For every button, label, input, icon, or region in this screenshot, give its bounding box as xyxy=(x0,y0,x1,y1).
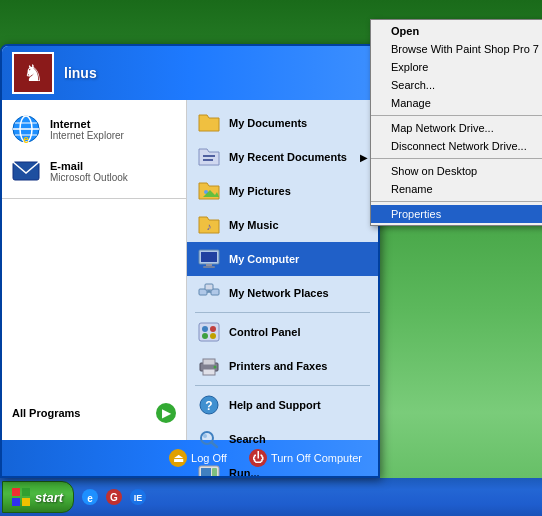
svg-rect-42 xyxy=(12,498,20,506)
my-computer-label: My Computer xyxy=(229,253,299,265)
help-support-label: Help and Support xyxy=(229,399,321,411)
all-programs-button[interactable]: All Programs ▶ xyxy=(2,397,186,429)
start-menu: ♞ linus e xyxy=(0,44,380,478)
context-separator-1 xyxy=(371,115,542,116)
svg-rect-20 xyxy=(205,284,213,290)
menu-item-printers-faxes[interactable]: Printers and Faxes xyxy=(187,349,378,383)
context-item-disconnect-network[interactable]: Disconnect Network Drive... xyxy=(371,137,542,155)
context-item-show-desktop[interactable]: Show on Desktop xyxy=(371,162,542,180)
context-item-explore[interactable]: Explore xyxy=(371,58,542,76)
menu-item-my-recent-documents[interactable]: My Recent Documents ▶ xyxy=(187,140,378,174)
menu-item-my-music[interactable]: ♪ My Music xyxy=(187,208,378,242)
svg-point-25 xyxy=(210,326,216,332)
menu-body: e Internet Internet Explorer xyxy=(2,100,378,440)
control-panel-label: Control Panel xyxy=(229,326,301,338)
svg-rect-16 xyxy=(206,264,212,266)
email-subtitle: Microsoft Outlook xyxy=(50,172,128,183)
start-button[interactable]: start xyxy=(2,481,74,513)
my-recent-documents-label: My Recent Documents xyxy=(229,151,347,163)
context-item-map-network[interactable]: Map Network Drive... xyxy=(371,119,542,137)
menu-item-email[interactable]: E-mail Microsoft Outlook xyxy=(2,150,186,192)
svg-rect-41 xyxy=(22,488,30,496)
internet-explorer-icon: e xyxy=(10,113,42,145)
shutdown-icon: ⏻ xyxy=(249,449,267,467)
menu-item-my-pictures[interactable]: My Pictures xyxy=(187,174,378,208)
taskbar-icon-2[interactable]: G xyxy=(104,487,124,507)
svg-rect-29 xyxy=(203,359,215,365)
svg-text:♪: ♪ xyxy=(207,221,212,232)
my-recent-documents-icon xyxy=(197,145,221,169)
user-avatar: ♞ xyxy=(12,52,54,94)
svg-rect-40 xyxy=(12,488,20,496)
internet-title: Internet xyxy=(50,118,124,130)
context-item-browse-paint[interactable]: Browse With Paint Shop Pro 7 xyxy=(371,40,542,58)
svg-point-31 xyxy=(214,366,217,369)
my-computer-icon xyxy=(197,247,221,271)
control-panel-icon xyxy=(197,320,221,344)
all-programs-arrow-icon: ▶ xyxy=(156,403,176,423)
context-item-manage[interactable]: Manage xyxy=(371,94,542,112)
menu-item-my-documents[interactable]: My Documents xyxy=(187,106,378,140)
context-item-open[interactable]: Open xyxy=(371,22,542,40)
svg-point-24 xyxy=(202,326,208,332)
svg-text:e: e xyxy=(23,134,29,143)
menu-right-panel: My Documents My Recent Documents ▶ xyxy=(187,100,378,440)
shutdown-button[interactable]: ⏻ Turn Off Computer xyxy=(243,446,368,470)
svg-rect-43 xyxy=(22,498,30,506)
taskbar-ie-icon[interactable]: e xyxy=(80,487,100,507)
internet-item-text: Internet Internet Explorer xyxy=(50,118,124,141)
email-item-text: E-mail Microsoft Outlook xyxy=(50,160,128,183)
svg-rect-15 xyxy=(201,252,217,262)
svg-rect-23 xyxy=(199,323,219,341)
menu-item-my-network-places[interactable]: My Network Places xyxy=(187,276,378,310)
search-label: Search xyxy=(229,433,266,445)
menu-header: ♞ linus xyxy=(2,46,378,100)
svg-text:♞: ♞ xyxy=(23,60,44,86)
printers-faxes-icon xyxy=(197,354,221,378)
all-programs-label: All Programs xyxy=(12,407,80,419)
start-label: start xyxy=(35,490,63,505)
my-pictures-icon xyxy=(197,179,221,203)
my-music-icon: ♪ xyxy=(197,213,221,237)
right-divider-2 xyxy=(195,385,370,386)
context-separator-2 xyxy=(371,158,542,159)
logoff-label: Log Off xyxy=(191,452,227,464)
menu-item-control-panel[interactable]: Control Panel xyxy=(187,315,378,349)
shutdown-label: Turn Off Computer xyxy=(271,452,362,464)
right-divider-1 xyxy=(195,312,370,313)
logoff-button[interactable]: ⏏ Log Off xyxy=(163,446,233,470)
printers-faxes-label: Printers and Faxes xyxy=(229,360,327,372)
taskbar: start e G IE xyxy=(0,478,542,516)
left-divider xyxy=(2,198,186,199)
email-icon xyxy=(10,155,42,187)
menu-item-my-computer[interactable]: My Computer xyxy=(187,242,378,276)
context-separator-3 xyxy=(371,201,542,202)
menu-item-help-support[interactable]: ? Help and Support xyxy=(187,388,378,422)
menu-item-internet[interactable]: e Internet Internet Explorer xyxy=(2,108,186,150)
taskbar-icon-3[interactable]: IE xyxy=(128,487,148,507)
svg-point-36 xyxy=(203,434,207,438)
context-item-properties[interactable]: Properties xyxy=(371,205,542,223)
context-menu: Open Browse With Paint Shop Pro 7 Explor… xyxy=(370,19,542,226)
svg-rect-30 xyxy=(203,369,215,375)
svg-text:G: G xyxy=(110,492,118,503)
menu-left-panel: e Internet Internet Explorer xyxy=(2,100,187,440)
context-item-search[interactable]: Search... xyxy=(371,76,542,94)
svg-point-26 xyxy=(202,333,208,339)
svg-rect-17 xyxy=(203,266,215,268)
email-title: E-mail xyxy=(50,160,128,172)
svg-text:IE: IE xyxy=(134,493,143,503)
help-support-icon: ? xyxy=(197,393,221,417)
my-music-label: My Music xyxy=(229,219,279,231)
context-item-rename[interactable]: Rename xyxy=(371,180,542,198)
taskbar-quick-launch: e G IE xyxy=(80,487,148,507)
menu-username: linus xyxy=(64,65,97,81)
my-network-places-label: My Network Places xyxy=(229,287,329,299)
svg-text:e: e xyxy=(87,493,93,504)
my-network-places-icon xyxy=(197,281,221,305)
svg-rect-10 xyxy=(203,159,213,161)
my-recent-documents-arrow: ▶ xyxy=(360,152,368,163)
desktop: ♞ linus e xyxy=(0,0,542,516)
windows-logo-icon xyxy=(11,487,31,507)
my-documents-icon xyxy=(197,111,221,135)
